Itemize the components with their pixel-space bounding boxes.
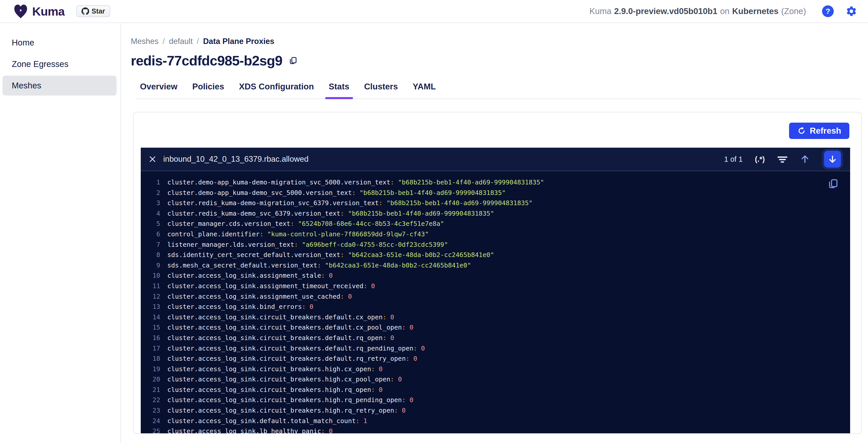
- breadcrumb-current: Data Plane Proxies: [203, 37, 274, 46]
- platform-text: Kubernetes: [732, 6, 779, 16]
- kuma-logo[interactable]: Kuma: [13, 4, 65, 19]
- code-line: 25cluster.access_log_sink.lb_healthy_pan…: [141, 426, 850, 434]
- tab-clusters[interactable]: Clusters: [361, 82, 402, 99]
- refresh-button[interactable]: Refresh: [789, 123, 849, 139]
- sidebar-item-home[interactable]: Home: [3, 33, 117, 53]
- match-count: 1 of 1: [724, 155, 743, 163]
- github-icon: [82, 7, 89, 15]
- star-label: Star: [92, 7, 105, 15]
- code-line: 14cluster.access_log_sink.circuit_breake…: [141, 312, 850, 323]
- previous-match-arrow-up-icon[interactable]: [800, 154, 810, 164]
- code-body: 1cluster.demo-app_kuma-demo-migration_sv…: [141, 171, 850, 434]
- code-line: 24cluster.access_log_sink.default.total_…: [141, 416, 850, 426]
- code-line: 11cluster.access_log_sink.assignment_tim…: [141, 281, 850, 291]
- code-line: 6control_plane.identifier:"kuma-control-…: [141, 229, 850, 240]
- refresh-icon: [797, 126, 806, 135]
- copy-title-icon[interactable]: [288, 56, 298, 65]
- code-line: 9sds.mesh_ca_secret_default.version_text…: [141, 260, 850, 271]
- code-line: 22cluster.access_log_sink.circuit_breake…: [141, 395, 850, 406]
- code-line: 15cluster.access_log_sink.circuit_breake…: [141, 322, 850, 333]
- code-line: 16cluster.access_log_sink.circuit_breake…: [141, 333, 850, 343]
- breadcrumb-meshes[interactable]: Meshes: [131, 37, 159, 46]
- proxy-name: redis-77cdfdc985-b2sg9: [131, 53, 282, 68]
- tab-yaml[interactable]: YAML: [409, 82, 439, 99]
- main-content: Meshes / default / Data Plane Proxies re…: [122, 24, 868, 443]
- help-icon[interactable]: ?: [822, 5, 834, 17]
- stats-card: Refresh 1 of 1 (.*): [133, 112, 862, 434]
- page-title: redis-77cdfdc985-b2sg9: [131, 53, 868, 68]
- breadcrumb-mesh-default[interactable]: default: [169, 37, 193, 46]
- code-line: 12cluster.access_log_sink.assignment_use…: [141, 291, 850, 302]
- code-lines: 1cluster.demo-app_kuma-demo-migration_sv…: [141, 177, 850, 434]
- code-line: 10cluster.access_log_sink.assignment_sta…: [141, 271, 850, 281]
- tab-stats[interactable]: Stats: [325, 82, 353, 99]
- code-line: 21cluster.access_log_sink.circuit_breake…: [141, 385, 850, 395]
- version-text: 2.9.0-preview.vd05b010b1: [614, 6, 717, 16]
- code-line: 20cluster.access_log_sink.circuit_breake…: [141, 374, 850, 385]
- breadcrumb-separator: /: [163, 37, 165, 46]
- next-match-arrow-down-icon[interactable]: [824, 151, 841, 167]
- sidebar-item-meshes[interactable]: Meshes: [3, 75, 117, 96]
- app-header: Kuma Star Kuma2.9.0-preview.vd05b010b1on…: [0, 0, 868, 23]
- copy-code-icon[interactable]: [827, 178, 839, 190]
- code-line: 3cluster.redis_kuma-demo-migration_svc_6…: [141, 198, 850, 209]
- code-line: 7listener_manager.lds.version_text:"a696…: [141, 240, 850, 250]
- code-line: 13cluster.access_log_sink.bind_errors:0: [141, 302, 850, 312]
- environment-info: Kuma2.9.0-preview.vd05b010b1onKubernetes…: [589, 6, 809, 16]
- filter-icon[interactable]: [777, 155, 788, 164]
- breadcrumb-separator: /: [197, 37, 199, 46]
- code-search-input[interactable]: [163, 155, 444, 164]
- code-line: 1cluster.demo-app_kuma-demo-migration_sv…: [141, 177, 850, 188]
- code-line: 19cluster.access_log_sink.circuit_breake…: [141, 364, 850, 375]
- tab-bar: OverviewPoliciesXDS ConfigurationStatsCl…: [136, 82, 862, 99]
- code-search-bar: 1 of 1 (.*): [141, 148, 850, 171]
- tab-policies[interactable]: Policies: [189, 82, 228, 99]
- stats-code-viewer: 1 of 1 (.*): [141, 148, 850, 434]
- kuma-bear-icon: [13, 4, 28, 19]
- code-line: 5cluster_manager.cds.version_text:"6524b…: [141, 219, 850, 229]
- code-line: 18cluster.access_log_sink.circuit_breake…: [141, 354, 850, 364]
- github-star-button[interactable]: Star: [76, 5, 110, 17]
- gear-icon[interactable]: [845, 5, 857, 17]
- tab-overview[interactable]: Overview: [136, 82, 181, 99]
- tab-xds-configuration[interactable]: XDS Configuration: [236, 82, 317, 99]
- regex-toggle-button[interactable]: (.*): [755, 155, 765, 163]
- code-line: 4cluster.redis_kuma-demo_svc_6379.versio…: [141, 209, 850, 219]
- sidebar-nav: HomeZone EgressesMeshes: [0, 33, 121, 96]
- breadcrumb: Meshes / default / Data Plane Proxies: [131, 37, 868, 46]
- clear-search-icon[interactable]: [148, 155, 157, 163]
- refresh-label: Refresh: [810, 126, 841, 136]
- code-line: 8sds.identity_cert_secret_default.versio…: [141, 250, 850, 260]
- brand-name: Kuma: [32, 4, 65, 19]
- sidebar: HomeZone EgressesMeshes: [0, 24, 121, 443]
- code-line: 23cluster.access_log_sink.circuit_breake…: [141, 406, 850, 416]
- sidebar-item-zone-egresses[interactable]: Zone Egresses: [3, 54, 117, 74]
- code-line: 2cluster.demo-app_kuma-demo_svc_5000.ver…: [141, 188, 850, 198]
- code-line: 17cluster.access_log_sink.circuit_breake…: [141, 343, 850, 354]
